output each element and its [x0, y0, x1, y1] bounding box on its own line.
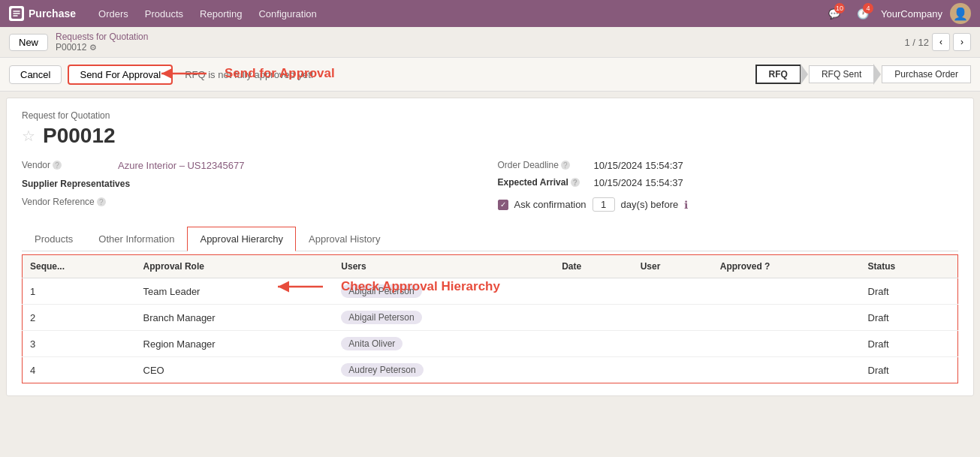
cell-status: Draft — [861, 331, 958, 357]
vendor-ref-help[interactable]: ? — [97, 197, 106, 206]
menu-configuration[interactable]: Configuration — [251, 5, 324, 23]
step-rfq-sent[interactable]: RFQ Sent — [809, 65, 874, 83]
topnav-menu: Orders Products Reporting Configuration — [91, 5, 824, 23]
user-badge[interactable]: Abigail Peterson — [341, 284, 421, 298]
cell-user-tag: Abigail Peterson — [333, 305, 554, 331]
user-badge[interactable]: Anita Oliver — [341, 337, 403, 350]
new-button[interactable]: New — [9, 34, 48, 51]
supplier-rep-label: Supplier Representatives — [22, 179, 130, 189]
order-deadline-field: Order Deadline ? 10/15/2024 15:54:37 — [498, 160, 959, 171]
breadcrumb: Requests for Quotation P00012 ⚙ — [56, 32, 148, 53]
main-content: Request for Quotation ☆ P00012 Vendor ? … — [6, 98, 974, 396]
table-row: 1 Team Leader Abigail Peterson Draft — [23, 278, 958, 305]
vendor-ref-label: Vendor Reference ? — [22, 197, 112, 207]
cancel-button[interactable]: Cancel — [9, 65, 62, 84]
step-rfq[interactable]: RFQ — [755, 65, 801, 84]
col-user: User — [633, 255, 713, 278]
cell-date — [554, 357, 633, 383]
vendor-field: Vendor ? Azure Interior – US12345677 — [22, 160, 483, 171]
tab-approval-history[interactable]: Approval History — [296, 227, 393, 251]
next-button[interactable]: › — [953, 33, 971, 51]
menu-products[interactable]: Products — [137, 5, 191, 23]
cell-status: Draft — [861, 278, 958, 305]
step-purchase-order[interactable]: Purchase Order — [882, 65, 971, 83]
cell-user-tag: Abigail Peterson — [333, 278, 554, 305]
col-date: Date — [554, 255, 633, 278]
chat-notification[interactable]: 💬 10 — [824, 3, 845, 24]
cell-seq: 2 — [23, 305, 136, 331]
send-approval-button[interactable]: Send For Approval — [68, 65, 173, 85]
form-fields: Vendor ? Azure Interior – US12345677 Sup… — [22, 160, 958, 215]
page-info: 1 / 12 — [904, 37, 929, 48]
cell-seq: 3 — [23, 331, 136, 357]
breadcrumb-current: P00012 ⚙ — [56, 42, 148, 53]
vendor-value[interactable]: Azure Interior – US12345677 — [118, 160, 244, 171]
order-deadline-help[interactable]: ? — [561, 161, 570, 170]
cell-date — [554, 331, 633, 357]
expected-arrival-label: Expected Arrival ? — [498, 177, 588, 188]
cell-seq: 4 — [23, 357, 136, 383]
prev-button[interactable]: ‹ — [932, 33, 950, 51]
status-message: RFQ is not fully approved yet! — [185, 69, 749, 80]
cell-approved — [713, 305, 861, 331]
cell-approved — [713, 331, 861, 357]
user-badge[interactable]: Abigail Peterson — [341, 311, 421, 324]
user-avatar[interactable]: 👤 — [950, 3, 971, 24]
chat-badge: 10 — [834, 3, 845, 14]
clock-notification[interactable]: 🕐 4 — [852, 3, 873, 24]
col-role: Approval Role — [136, 255, 334, 278]
cell-user2 — [633, 278, 713, 305]
cell-user-tag: Audrey Peterson — [333, 357, 554, 383]
topnav-right: 💬 10 🕐 4 YourCompany 👤 — [824, 3, 971, 24]
table-row: 2 Branch Manager Abigail Peterson Draft — [23, 305, 958, 331]
cell-date — [554, 305, 633, 331]
company-name[interactable]: YourCompany — [881, 8, 942, 20]
menu-reporting[interactable]: Reporting — [192, 5, 249, 23]
cell-seq: 1 — [23, 278, 136, 305]
supplier-rep-field: Supplier Representatives — [22, 179, 483, 189]
ask-conf-checkbox[interactable]: ✓ — [498, 200, 508, 210]
gear-icon[interactable]: ⚙ — [89, 43, 97, 53]
user-badge[interactable]: Audrey Peterson — [341, 363, 423, 377]
cell-approved — [713, 357, 861, 383]
vendor-help[interactable]: ? — [53, 161, 62, 170]
favorite-star[interactable]: ☆ — [22, 127, 35, 145]
info-icon[interactable]: ℹ — [684, 199, 688, 211]
days-before-label: day(s) before — [621, 199, 679, 210]
col-approved: Approved ? — [713, 255, 861, 278]
cell-approved — [713, 278, 861, 305]
cell-user2 — [633, 357, 713, 383]
order-deadline-label: Order Deadline ? — [498, 160, 588, 170]
expected-arrival-value: 10/15/2024 15:54:37 — [594, 177, 683, 188]
vendor-label: Vendor ? — [22, 160, 112, 170]
ask-conf-text: Ask confirmation — [514, 199, 586, 210]
menu-orders[interactable]: Orders — [91, 5, 136, 23]
col-status: Status — [861, 255, 958, 278]
ask-confirmation-row: ✓ Ask confirmation 1 day(s) before ℹ — [498, 194, 959, 215]
status-steps: RFQ RFQ Sent Purchase Order — [755, 64, 971, 85]
ask-conf-days[interactable]: 1 — [593, 197, 615, 212]
cell-user-tag: Anita Oliver — [333, 331, 554, 357]
expected-arrival-help[interactable]: ? — [571, 178, 580, 187]
app-logo[interactable]: Purchase — [9, 6, 76, 21]
vendor-ref-field: Vendor Reference ? — [22, 197, 483, 207]
tab-approval-hierarchy[interactable]: Approval Hierarchy — [187, 227, 296, 251]
cell-status: Draft — [861, 305, 958, 331]
table-row: 4 CEO Audrey Peterson Draft — [23, 357, 958, 383]
topnav: Purchase Orders Products Reporting Confi… — [0, 0, 980, 27]
logo-icon — [9, 6, 24, 21]
table-row: 3 Region Manager Anita Oliver Draft — [23, 331, 958, 357]
tab-products[interactable]: Products — [22, 227, 86, 251]
tab-other-info[interactable]: Other Information — [86, 227, 187, 251]
cell-role: Branch Manager — [136, 305, 334, 331]
approval-table: Seque... Approval Role Users Date User A… — [22, 254, 958, 383]
app-name: Purchase — [29, 8, 76, 20]
tabs: Products Other Information Approval Hier… — [22, 227, 958, 251]
breadcrumb-bar: New Requests for Quotation P00012 ⚙ 1 / … — [0, 27, 980, 58]
breadcrumb-parent[interactable]: Requests for Quotation — [56, 32, 148, 42]
expected-arrival-field: Expected Arrival ? 10/15/2024 15:54:37 — [498, 177, 959, 188]
cell-role: Team Leader — [136, 278, 334, 305]
doc-number: P00012 — [43, 124, 116, 148]
action-bar: Cancel Send For Approval RFQ is not full… — [0, 58, 980, 92]
cell-user2 — [633, 331, 713, 357]
